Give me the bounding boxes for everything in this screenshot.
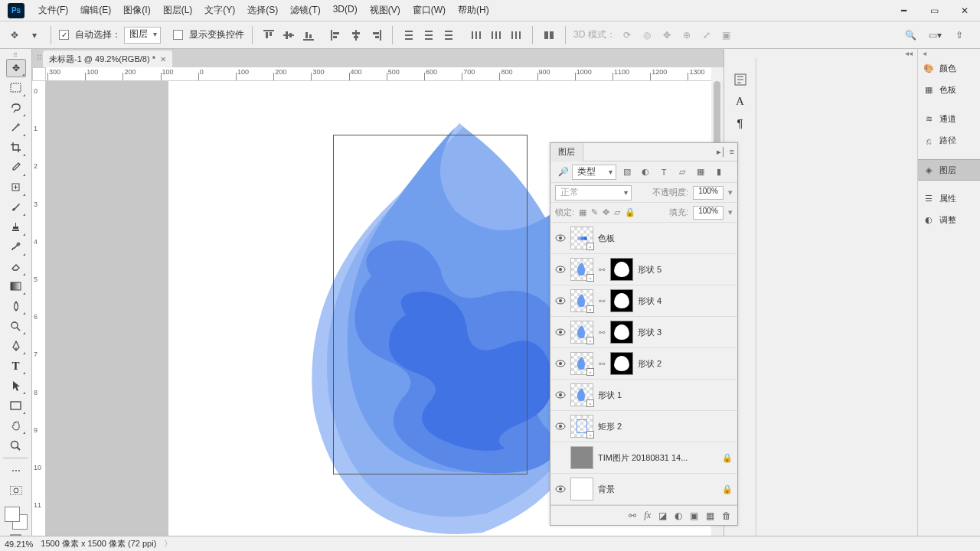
document-tab[interactable]: 未标题-1 @ 49.2%(RGB/8) * ✕	[43, 51, 172, 67]
marquee-tool[interactable]	[6, 79, 26, 97]
ruler-horizontal[interactable]: 3001002001000100200300400500600700800900…	[46, 67, 711, 81]
blur-tool[interactable]	[6, 297, 26, 315]
side-tab-调整[interactable]: ◐调整	[918, 210, 980, 231]
lock-brush-icon[interactable]: ✎	[591, 207, 598, 217]
lock-icon[interactable]: 🔒	[722, 484, 733, 494]
color-swatches[interactable]	[5, 507, 28, 530]
share-icon[interactable]: ⇧	[951, 27, 968, 44]
healing-tool[interactable]	[6, 178, 26, 197]
lock-icon[interactable]: 🔒	[722, 453, 733, 463]
panel-menu-icon[interactable]: ≡	[730, 147, 734, 157]
layer-thumbnail[interactable]: ▫	[570, 258, 593, 281]
rectangle-tool[interactable]	[6, 396, 26, 415]
side-tab-通道[interactable]: ≋通道	[918, 109, 980, 130]
layer-name[interactable]: 背景	[598, 484, 717, 495]
delete-layer-icon[interactable]: 🗑	[722, 510, 731, 521]
opacity-input[interactable]: 100%	[693, 186, 724, 200]
lock-pixels-icon[interactable]: ▦	[579, 207, 586, 217]
quick-mask-icon[interactable]	[6, 481, 26, 500]
ruler-vertical[interactable]: 01234567891011	[32, 81, 46, 539]
new-layer-icon[interactable]: ▦	[706, 510, 714, 521]
crop-tool[interactable]	[6, 139, 26, 157]
layer-row[interactable]: ▫矩形 2	[550, 411, 737, 442]
foreground-color[interactable]	[5, 507, 20, 522]
layer-visibility-icon[interactable]	[555, 391, 566, 399]
status-zoom[interactable]: 49.21%	[5, 540, 33, 549]
blend-mode-select[interactable]: 正常	[555, 185, 632, 201]
layer-thumbnail[interactable]: ▫	[570, 289, 593, 312]
maximize-button[interactable]: ▭	[919, 0, 949, 21]
workspace-icon[interactable]: ▭▾	[926, 27, 943, 44]
zoom-tool[interactable]	[6, 436, 26, 455]
layer-thumbnail[interactable]	[570, 478, 593, 500]
layer-name[interactable]: 矩形 2	[598, 421, 733, 432]
menu-视图(V)[interactable]: 视图(V)	[364, 4, 407, 17]
panel-collapse-icon[interactable]: ▸│	[717, 147, 727, 157]
layer-name[interactable]: 色板	[598, 233, 733, 244]
lock-position-icon[interactable]: ✥	[603, 207, 609, 217]
menu-窗口(W)[interactable]: 窗口(W)	[407, 4, 452, 17]
filter-shape-icon[interactable]: ▱	[675, 165, 690, 179]
hand-tool[interactable]	[6, 416, 26, 435]
layer-thumbnail[interactable]: ▫	[570, 227, 593, 249]
search-icon[interactable]: 🔍	[902, 27, 919, 44]
filter-pixel-icon[interactable]: ▧	[619, 165, 635, 179]
lock-all-icon[interactable]: 🔒	[625, 207, 635, 217]
panel-collapse-right[interactable]: ◂	[918, 49, 980, 58]
layer-fx-icon[interactable]: fx	[644, 510, 651, 521]
minimize-button[interactable]: ━	[888, 0, 919, 21]
layer-mask-thumb[interactable]	[610, 258, 633, 281]
adjustment-layer-icon[interactable]: ◐	[675, 510, 682, 521]
side-tab-色板[interactable]: ▦色板	[918, 80, 980, 101]
layer-row[interactable]: ▫⚯形状 3	[550, 317, 737, 348]
layer-thumbnail[interactable]: ▫	[570, 415, 593, 438]
brush-tool[interactable]	[6, 198, 26, 217]
lock-artboard-icon[interactable]: ▱	[614, 207, 620, 217]
dodge-tool[interactable]	[6, 317, 26, 335]
auto-align-icon[interactable]	[541, 27, 557, 44]
filter-type-icon[interactable]: T	[656, 165, 671, 179]
lasso-tool[interactable]	[6, 99, 26, 117]
close-button[interactable]: ✕	[949, 0, 980, 21]
distribute-hcenter-icon[interactable]	[488, 27, 505, 44]
layer-row[interactable]: ▫形状 1	[550, 380, 737, 411]
menu-文件(F)[interactable]: 文件(F)	[32, 4, 74, 17]
pen-tool[interactable]	[6, 337, 26, 355]
status-doc-info[interactable]: 1500 像素 x 1500 像素 (72 ppi)	[41, 538, 156, 549]
auto-select-checkbox[interactable]	[59, 30, 69, 40]
distribute-top-icon[interactable]	[400, 27, 417, 44]
layer-name[interactable]: 形状 2	[638, 358, 733, 370]
type-tool[interactable]: T	[6, 357, 26, 375]
filter-adjust-icon[interactable]: ◐	[638, 165, 653, 179]
menu-编辑(E)[interactable]: 编辑(E)	[74, 4, 117, 17]
layer-mask-thumb[interactable]	[610, 289, 633, 312]
layer-row[interactable]: ▫⚯形状 4	[550, 285, 737, 317]
align-right-icon[interactable]	[368, 27, 384, 44]
layer-name[interactable]: 形状 3	[638, 327, 733, 338]
layer-thumbnail[interactable]	[570, 446, 593, 469]
ruler-corner[interactable]	[32, 67, 46, 81]
distribute-vcenter-icon[interactable]	[420, 27, 437, 44]
distribute-left-icon[interactable]	[468, 27, 485, 44]
menu-图层(L)[interactable]: 图层(L)	[157, 4, 199, 17]
layer-row[interactable]: 背景🔒	[550, 474, 737, 505]
align-vcenter-icon[interactable]	[280, 27, 297, 44]
link-layers-icon[interactable]: ⚯	[629, 510, 636, 521]
magic-wand-tool[interactable]	[6, 119, 26, 137]
eraser-tool[interactable]	[6, 258, 26, 276]
path-select-tool[interactable]	[6, 377, 26, 395]
filter-smart-icon[interactable]: ▦	[693, 165, 708, 179]
align-left-icon[interactable]	[328, 27, 345, 44]
auto-select-target[interactable]: 图层	[124, 27, 161, 44]
layers-tab[interactable]: 图层	[550, 143, 583, 161]
stamp-tool[interactable]	[6, 218, 26, 236]
tab-close-icon[interactable]: ✕	[160, 55, 166, 64]
layer-thumbnail[interactable]: ▫	[570, 383, 593, 406]
layer-row[interactable]: ▫⚯形状 2	[550, 348, 737, 380]
tabs-handle[interactable]: ⠿	[37, 49, 43, 67]
side-tab-路径[interactable]: ⎌路径	[918, 130, 980, 152]
toolbox-handle[interactable]: ⠿	[0, 52, 31, 58]
layer-mask-icon[interactable]: ◪	[658, 510, 667, 521]
layer-row[interactable]: TIM图片 20180831 14...🔒	[550, 442, 737, 474]
menu-选择(S)[interactable]: 选择(S)	[241, 4, 284, 17]
